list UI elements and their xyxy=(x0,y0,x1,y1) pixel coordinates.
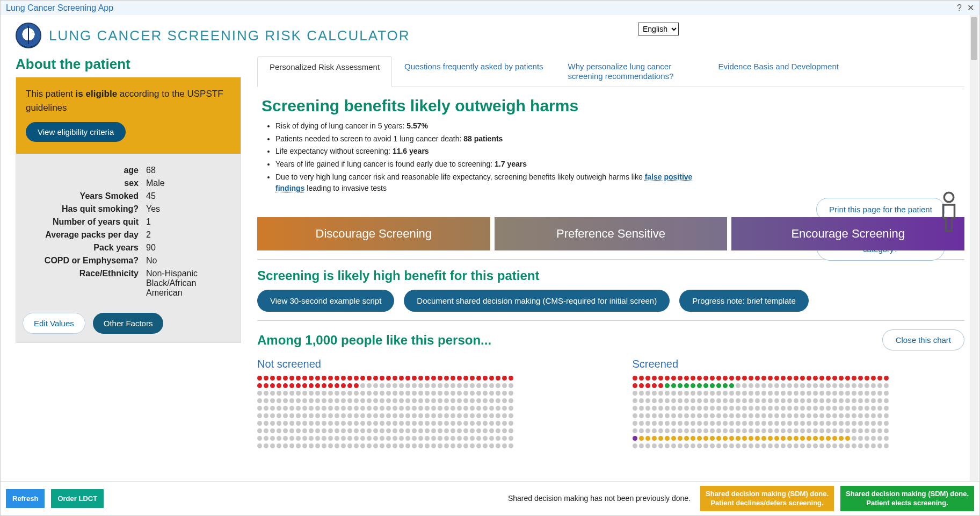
tab-evidence[interactable]: Evidence Basis and Development xyxy=(706,56,851,87)
dot xyxy=(347,406,352,411)
dot xyxy=(845,443,850,448)
dot xyxy=(794,391,798,396)
dot xyxy=(502,383,507,388)
dot xyxy=(645,436,650,441)
dot xyxy=(839,383,844,388)
dot xyxy=(463,406,468,411)
pictograph-charts: Not screened Screened xyxy=(257,358,964,450)
dot xyxy=(476,406,481,411)
dot xyxy=(315,406,320,411)
dot xyxy=(884,406,889,411)
order-ldct-button[interactable]: Order LDCT xyxy=(51,489,104,508)
edit-values-button[interactable]: Edit Values xyxy=(23,313,85,334)
dot xyxy=(671,413,676,418)
close-icon[interactable]: ✕ xyxy=(967,3,974,13)
refresh-button[interactable]: Refresh xyxy=(6,489,45,508)
dot xyxy=(451,406,455,411)
dot xyxy=(703,421,708,426)
dot xyxy=(315,391,320,396)
dot xyxy=(884,443,889,448)
tab-personalized-risk[interactable]: Personalized Risk Assessment xyxy=(257,56,392,87)
view-eligibility-criteria-button[interactable]: View eligibility criteria xyxy=(26,122,126,142)
close-chart-button[interactable]: Close this chart xyxy=(882,329,964,350)
dot xyxy=(658,428,663,433)
patient-row-value: 1 xyxy=(146,217,234,227)
dot xyxy=(755,413,760,418)
dot xyxy=(884,383,889,388)
dot xyxy=(296,428,301,433)
patient-row: Years Smoked45 xyxy=(23,191,234,201)
dot xyxy=(457,383,462,388)
dot xyxy=(749,398,753,403)
dot xyxy=(794,406,798,411)
dot xyxy=(277,376,281,381)
dot xyxy=(296,398,301,403)
dot xyxy=(470,391,475,396)
dot xyxy=(884,436,889,441)
dot xyxy=(257,406,262,411)
dot xyxy=(270,376,275,381)
dot xyxy=(678,428,683,433)
progress-note-button[interactable]: Progress note: brief template xyxy=(679,290,809,312)
dot xyxy=(302,436,307,441)
document-sdm-button[interactable]: Document shared decision making (CMS-req… xyxy=(404,290,670,312)
dot xyxy=(347,413,352,418)
dot xyxy=(845,436,850,441)
sdm-declines-button[interactable]: Shared decision making (SDM) done. Patie… xyxy=(700,486,834,511)
dot xyxy=(774,428,779,433)
dot xyxy=(483,406,488,411)
view-script-button[interactable]: View 30-second example script xyxy=(257,290,394,312)
sdm-elects-button[interactable]: Shared decision making (SDM) done. Patie… xyxy=(840,486,974,511)
dot xyxy=(476,421,481,426)
dot xyxy=(723,376,728,381)
dot xyxy=(347,443,352,448)
dot xyxy=(399,428,404,433)
dot xyxy=(257,383,262,388)
dot xyxy=(509,413,513,418)
dot xyxy=(710,406,715,411)
dot xyxy=(697,406,702,411)
dot xyxy=(787,383,792,388)
dot xyxy=(633,421,637,426)
dot xyxy=(729,391,734,396)
patient-row-value: 2 xyxy=(146,230,234,240)
tab-why-personalize[interactable]: Why personalize lung cancer screening re… xyxy=(556,56,706,87)
dot xyxy=(360,398,365,403)
dot xyxy=(367,443,372,448)
dot xyxy=(871,406,876,411)
dot xyxy=(697,376,702,381)
dot xyxy=(742,406,747,411)
dot xyxy=(496,428,500,433)
dot xyxy=(845,398,850,403)
vertical-scrollbar[interactable] xyxy=(970,15,978,481)
dot xyxy=(309,421,314,426)
dot xyxy=(412,398,417,403)
dot xyxy=(335,398,339,403)
dot xyxy=(399,443,404,448)
dot xyxy=(476,428,481,433)
dot xyxy=(658,413,663,418)
dot xyxy=(710,413,715,418)
dot xyxy=(438,391,442,396)
dot xyxy=(328,406,333,411)
dot xyxy=(322,436,326,441)
dot xyxy=(755,428,760,433)
dot xyxy=(283,406,288,411)
other-factors-button[interactable]: Other Factors xyxy=(93,313,164,334)
dot xyxy=(839,398,844,403)
dot xyxy=(703,436,708,441)
dot xyxy=(283,428,288,433)
dot xyxy=(865,383,869,388)
scrollbar-thumb[interactable] xyxy=(971,17,977,60)
tab-faq[interactable]: Questions frequently asked by patients xyxy=(392,56,556,87)
dot xyxy=(322,406,326,411)
help-icon[interactable]: ? xyxy=(957,3,962,13)
dot xyxy=(761,383,766,388)
dot xyxy=(405,398,410,403)
dot xyxy=(787,398,792,403)
language-select[interactable]: English xyxy=(638,23,679,35)
dot xyxy=(716,398,721,403)
dot xyxy=(691,376,695,381)
dot xyxy=(839,391,844,396)
dot xyxy=(277,421,281,426)
